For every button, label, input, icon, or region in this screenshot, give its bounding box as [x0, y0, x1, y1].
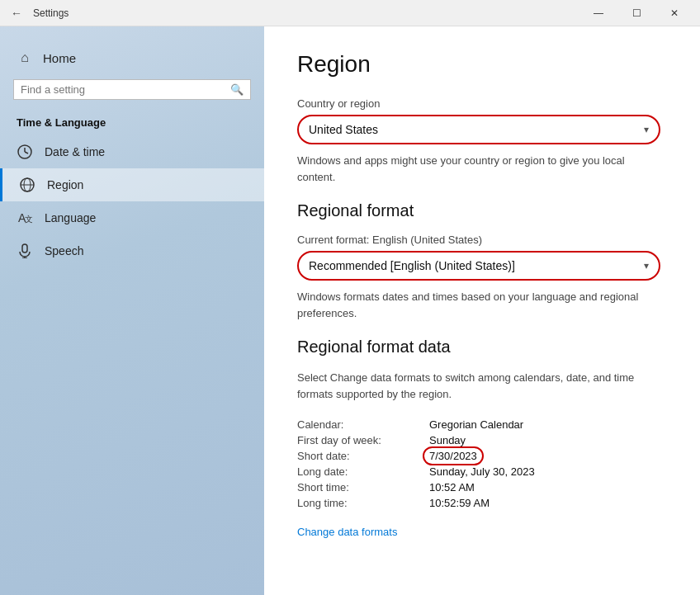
- short-time-value: 10:52 AM: [429, 481, 475, 493]
- first-day-label: First day of week:: [297, 434, 429, 446]
- calendar-value: Gregorian Calendar: [429, 418, 523, 431]
- format-data-heading: Regional format data: [297, 338, 667, 357]
- close-button[interactable]: ✕: [655, 0, 693, 26]
- country-description: Windows and apps might use your country …: [297, 153, 660, 185]
- window-title: Settings: [33, 7, 69, 19]
- svg-rect-8: [22, 244, 27, 253]
- change-data-formats-link[interactable]: Change data formats: [297, 526, 397, 538]
- region-icon: [19, 177, 35, 193]
- svg-line-2: [25, 152, 28, 153]
- search-input[interactable]: [21, 83, 230, 96]
- long-date-value: Sunday, July 30, 2023: [429, 465, 535, 478]
- country-dropdown[interactable]: United States ▾: [297, 115, 660, 144]
- data-row-long-date: Long date: Sunday, July 30, 2023: [297, 465, 660, 478]
- home-label: Home: [43, 51, 76, 65]
- format-dropdown[interactable]: Recommended [English (United States)] ▾: [297, 251, 660, 281]
- main-layout: ⌂ Home 🔍 Time & Language Date & time: [0, 26, 700, 595]
- sidebar-item-speech[interactable]: Speech: [0, 234, 264, 267]
- sidebar-item-region[interactable]: Region: [0, 168, 264, 201]
- long-time-value: 10:52:59 AM: [429, 497, 490, 509]
- sidebar-section-label: Time & Language: [0, 113, 264, 135]
- short-date-label: Short date:: [297, 450, 429, 462]
- sidebar-item-speech-label: Speech: [45, 244, 83, 257]
- sidebar-item-language[interactable]: A 文 Language: [0, 201, 264, 234]
- current-format-label: Current format: English (United States): [297, 234, 667, 246]
- format-dropdown-arrow: ▾: [644, 260, 649, 272]
- sidebar-item-language-label: Language: [45, 211, 96, 224]
- minimize-button[interactable]: —: [579, 0, 617, 26]
- back-icon: ←: [11, 7, 22, 20]
- data-row-long-time: Long time: 10:52:59 AM: [297, 497, 660, 509]
- long-date-label: Long date:: [297, 465, 429, 478]
- data-row-short-date: Short date: 7/30/2023: [297, 450, 660, 462]
- maximize-button[interactable]: ☐: [617, 0, 655, 26]
- long-time-label: Long time:: [297, 497, 429, 509]
- calendar-label: Calendar:: [297, 418, 429, 431]
- data-row-first-day: First day of week: Sunday: [297, 434, 660, 446]
- sidebar-item-home[interactable]: ⌂ Home: [0, 43, 264, 79]
- home-icon: ⌂: [17, 50, 33, 66]
- short-time-label: Short time:: [297, 481, 429, 493]
- content-area: Region Country or region United States ▾…: [264, 26, 700, 595]
- country-dropdown-value: United States: [309, 123, 378, 136]
- short-date-value: 7/30/2023: [429, 450, 477, 462]
- regional-format-heading: Regional format: [297, 201, 667, 220]
- country-section-label: Country or region: [297, 97, 667, 110]
- sidebar-item-date-time[interactable]: Date & time: [0, 135, 264, 168]
- language-icon: A 文: [17, 210, 33, 226]
- back-button[interactable]: ←: [7, 3, 26, 23]
- page-title: Region: [297, 51, 667, 78]
- country-dropdown-arrow: ▾: [644, 124, 649, 135]
- window-controls: — ☐ ✕: [579, 0, 693, 26]
- format-data-table: Calendar: Gregorian Calendar First day o…: [297, 418, 660, 509]
- sidebar-item-region-label: Region: [47, 178, 83, 191]
- svg-text:文: 文: [25, 215, 32, 224]
- data-row-short-time: Short time: 10:52 AM: [297, 481, 660, 493]
- format-dropdown-value: Recommended [English (United States)]: [309, 259, 515, 272]
- search-icon: 🔍: [230, 83, 244, 96]
- sidebar: ⌂ Home 🔍 Time & Language Date & time: [0, 26, 264, 595]
- first-day-value: Sunday: [429, 434, 466, 446]
- speech-icon: [17, 243, 33, 259]
- sidebar-item-date-time-label: Date & time: [45, 145, 105, 158]
- search-box[interactable]: 🔍: [13, 79, 251, 100]
- format-data-description: Select Change data formats to switch amo…: [297, 370, 660, 402]
- format-description: Windows formats dates and times based on…: [297, 289, 660, 321]
- data-row-calendar: Calendar: Gregorian Calendar: [297, 418, 660, 431]
- date-time-icon: [17, 144, 33, 160]
- title-bar: ← Settings — ☐ ✕: [0, 0, 700, 26]
